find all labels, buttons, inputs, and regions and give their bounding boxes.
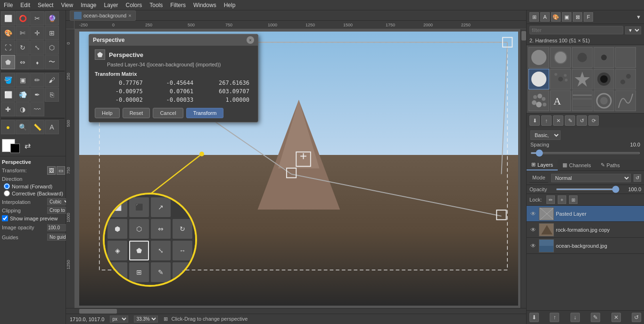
help-button[interactable]: Help [95, 108, 120, 118]
tool-clone[interactable]: ⎘ [45, 88, 59, 102]
tool-free-select[interactable]: ✂ [30, 11, 44, 25]
transform-button[interactable]: Transform [186, 108, 224, 118]
brush-action-delete[interactable]: ✕ [553, 115, 563, 126]
tab-paths[interactable]: ✎ Paths [596, 160, 625, 170]
brush-item-2[interactable] [550, 47, 571, 68]
brush-item-7[interactable] [550, 69, 571, 89]
tool-move[interactable]: ✛ [30, 26, 44, 40]
brush-item-12[interactable]: A [550, 90, 571, 111]
spacing-slider[interactable] [530, 152, 640, 154]
mode-select[interactable]: NormalMultiplyScreenOverlay [551, 174, 631, 182]
layer-item-pasted[interactable]: 👁 Pasted Layer [527, 206, 644, 222]
panel-icon-fonts[interactable]: F [584, 12, 593, 22]
tool-paintbrush[interactable]: 🖌 [45, 73, 59, 87]
brush-filter-dropdown[interactable]: ▼ [625, 26, 641, 34]
layer-visibility-rock[interactable]: 👁 [529, 226, 537, 234]
scrollbar-horizontal[interactable] [66, 308, 526, 314]
tool-pencil[interactable]: ✏ [30, 73, 44, 87]
canvas-tab-close-button[interactable]: × [128, 13, 131, 18]
cancel-button[interactable]: Cancel [153, 108, 183, 118]
tab-layers[interactable]: ⊞ Layers [527, 160, 558, 170]
tool-dodge-burn[interactable]: ◑ [16, 102, 30, 116]
tool-ellipse-select[interactable]: ⭕ [16, 11, 30, 25]
canvas-tab-item[interactable]: ocean-background × [70, 10, 136, 21]
tool-rect-select[interactable]: ⬜ [1, 11, 15, 25]
layer-btn-lower[interactable]: ✎ [591, 313, 600, 322]
scrollbar-thumb-v[interactable] [521, 31, 526, 40]
menu-view[interactable]: View [57, 1, 77, 9]
brush-item-10[interactable] [615, 69, 636, 89]
panel-icon-palette[interactable]: 🎨 [551, 12, 561, 22]
panel-icon-brushes[interactable]: A [540, 12, 550, 22]
brush-item-4[interactable] [594, 47, 614, 68]
tool-paint-bucket[interactable]: 🪣 [1, 73, 15, 87]
tool-shear[interactable]: ⬡ [45, 40, 59, 55]
tool-rotate[interactable]: ↻ [16, 40, 30, 55]
brush-filter-input[interactable] [529, 26, 623, 34]
tool-color-picker[interactable]: ● [1, 120, 15, 134]
menu-select[interactable]: Select [34, 1, 57, 9]
reset-button[interactable]: Reset [123, 108, 150, 118]
layer-item-ocean[interactable]: 👁 ocean-background.jpg [527, 238, 644, 254]
layer-btn-raise[interactable]: ↓ [570, 313, 580, 322]
normal-radio[interactable] [4, 183, 10, 189]
transform-icon-selection[interactable]: ▭ [57, 166, 65, 175]
tool-ink[interactable]: ✒ [30, 88, 44, 102]
tool-select-by-color[interactable]: 🎨 [1, 26, 15, 40]
brush-action-reset[interactable]: ↺ [577, 115, 587, 126]
tool-gradient[interactable]: ▣ [16, 73, 30, 87]
menu-help[interactable]: Help [220, 1, 239, 9]
tool-zoom[interactable]: 🔍 [16, 120, 30, 134]
scrollbar-thumb-h[interactable] [79, 309, 117, 314]
layer-item-rock[interactable]: 👁 rock-formation.jpg copy [527, 222, 644, 238]
brush-item-9[interactable] [594, 69, 614, 89]
tool-warp[interactable]: 〜 [45, 55, 59, 69]
transform-icon-layer[interactable]: 🖼 [47, 166, 56, 175]
tool-heal[interactable]: ✚ [1, 102, 15, 116]
show-preview-checkbox[interactable] [2, 215, 8, 221]
menu-layer[interactable]: Layer [100, 1, 122, 9]
tool-airbrush[interactable]: 💨 [16, 88, 30, 102]
layer-btn-delete[interactable]: ↺ [632, 313, 641, 322]
brush-item-6-selected[interactable] [528, 69, 549, 89]
brush-set-select[interactable]: Basic,PencilSketch [530, 130, 561, 140]
brush-item-8[interactable] [572, 69, 593, 89]
brush-item-5[interactable] [615, 47, 636, 68]
status-units-select[interactable]: pxmmin [110, 316, 128, 323]
menu-image[interactable]: Image [77, 1, 100, 9]
menu-windows[interactable]: Windows [190, 1, 220, 9]
panel-more-icon[interactable]: ▼ [636, 14, 641, 20]
layer-btn-new-group[interactable]: ⬇ [529, 313, 539, 322]
brush-item-1[interactable] [528, 47, 549, 68]
panel-icon-patterns[interactable]: ⊠ [573, 12, 582, 22]
dialog-close-button[interactable]: × [247, 36, 254, 44]
background-color[interactable] [10, 144, 20, 153]
layer-btn-new-layer[interactable]: ↑ [550, 313, 559, 322]
tool-fuzzy-select[interactable]: 🔮 [45, 11, 59, 25]
mode-reset-icon[interactable]: ↺ [634, 174, 641, 182]
lock-alpha-icon[interactable]: ⊞ [569, 195, 578, 204]
tool-flip[interactable]: ⇔ [16, 55, 30, 69]
layer-visibility-pasted[interactable]: 👁 [529, 210, 537, 218]
menu-file[interactable]: File [0, 1, 17, 9]
brush-action-duplicate[interactable]: ↑ [541, 115, 552, 126]
tool-scale[interactable]: ⤡ [30, 40, 44, 55]
tool-text[interactable]: A [45, 120, 59, 134]
lock-position-icon[interactable]: + [558, 195, 566, 204]
brush-item-3[interactable] [572, 47, 593, 68]
tool-eraser[interactable]: ⬜ [1, 88, 15, 102]
tool-scissor-select[interactable]: ✄ [16, 26, 30, 40]
brush-item-15[interactable] [615, 90, 636, 111]
menu-tools[interactable]: Tools [146, 1, 166, 9]
layer-btn-duplicate[interactable]: ✕ [611, 313, 621, 322]
brush-action-refresh[interactable]: ⟳ [588, 115, 599, 126]
menu-edit[interactable]: Edit [17, 1, 34, 9]
brush-item-13[interactable] [572, 90, 593, 111]
tool-perspective[interactable]: ⬟ [1, 55, 15, 69]
opacity-slider[interactable] [556, 188, 619, 190]
menu-colors[interactable]: Colors [122, 1, 146, 9]
canvas-scene[interactable]: ⬜ ⬛ ↗ ⬢ ⬡ ⇔ ↻ ◈ ⬟ ⤡ ↔ ↓ [74, 29, 520, 308]
tab-channels[interactable]: ▦ Channels [558, 160, 595, 170]
brush-action-edit[interactable]: ✎ [565, 115, 575, 126]
tool-cage[interactable]: ⬧ [30, 55, 44, 69]
